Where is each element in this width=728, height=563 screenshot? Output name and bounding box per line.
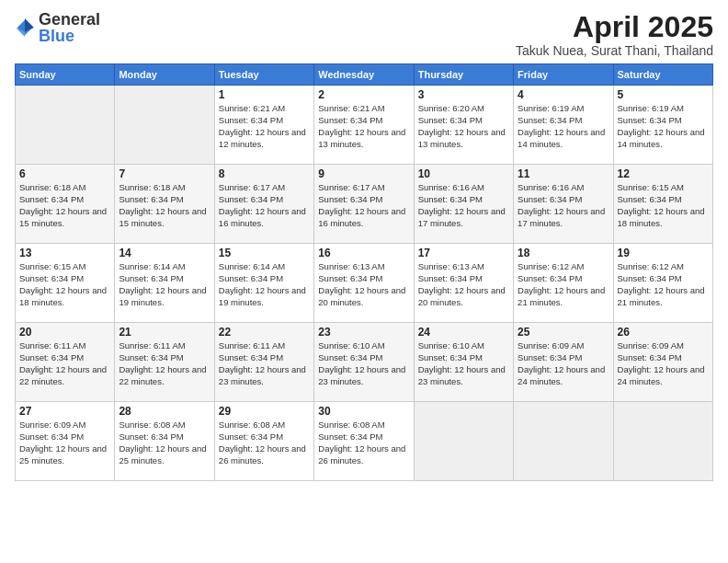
cell-info: Sunrise: 6:20 AMSunset: 6:34 PMDaylight:… <box>418 103 509 150</box>
cell-info: Sunrise: 6:19 AMSunset: 6:34 PMDaylight:… <box>618 103 709 150</box>
cell-info: Sunrise: 6:17 AMSunset: 6:34 PMDaylight:… <box>318 182 409 229</box>
day-number: 20 <box>19 326 110 339</box>
cell-info: Sunrise: 6:11 AMSunset: 6:34 PMDaylight:… <box>19 340 110 387</box>
calendar-cell <box>16 86 115 165</box>
cell-info: Sunrise: 6:09 AMSunset: 6:34 PMDaylight:… <box>518 340 609 387</box>
day-number: 3 <box>418 88 509 101</box>
day-number: 23 <box>318 326 409 339</box>
calendar-body: 1Sunrise: 6:21 AMSunset: 6:34 PMDaylight… <box>16 86 713 481</box>
cell-info: Sunrise: 6:16 AMSunset: 6:34 PMDaylight:… <box>518 182 609 229</box>
title-area: April 2025 Takuk Nuea, Surat Thani, Thai… <box>516 11 713 58</box>
cell-info: Sunrise: 6:14 AMSunset: 6:34 PMDaylight:… <box>219 261 310 308</box>
header-day: Friday <box>514 64 613 86</box>
day-number: 9 <box>318 167 409 180</box>
calendar-cell: 17Sunrise: 6:13 AMSunset: 6:34 PMDayligh… <box>414 244 513 323</box>
day-number: 22 <box>219 326 310 339</box>
header-day: Thursday <box>414 64 513 86</box>
header: General Blue April 2025 Takuk Nuea, Sura… <box>15 11 713 58</box>
cell-info: Sunrise: 6:15 AMSunset: 6:34 PMDaylight:… <box>19 261 110 308</box>
cell-info: Sunrise: 6:16 AMSunset: 6:34 PMDaylight:… <box>418 182 509 229</box>
day-number: 7 <box>119 167 210 180</box>
calendar-week: 1Sunrise: 6:21 AMSunset: 6:34 PMDaylight… <box>16 86 713 165</box>
calendar-cell: 8Sunrise: 6:17 AMSunset: 6:34 PMDaylight… <box>214 165 313 244</box>
cell-info: Sunrise: 6:10 AMSunset: 6:34 PMDaylight:… <box>418 340 509 387</box>
day-number: 4 <box>518 88 609 101</box>
calendar-cell: 26Sunrise: 6:09 AMSunset: 6:34 PMDayligh… <box>613 323 712 402</box>
calendar-cell <box>115 86 214 165</box>
day-number: 10 <box>418 167 509 180</box>
cell-info: Sunrise: 6:11 AMSunset: 6:34 PMDaylight:… <box>219 340 310 387</box>
calendar-cell: 10Sunrise: 6:16 AMSunset: 6:34 PMDayligh… <box>414 165 513 244</box>
day-number: 16 <box>318 247 409 259</box>
day-number: 17 <box>418 247 509 259</box>
header-day: Wednesday <box>314 64 414 86</box>
calendar-cell: 29Sunrise: 6:08 AMSunset: 6:34 PMDayligh… <box>214 402 313 481</box>
calendar-week: 20Sunrise: 6:11 AMSunset: 6:34 PMDayligh… <box>16 323 713 402</box>
cell-info: Sunrise: 6:21 AMSunset: 6:34 PMDaylight:… <box>219 103 310 150</box>
cell-info: Sunrise: 6:08 AMSunset: 6:34 PMDaylight:… <box>119 419 210 466</box>
calendar-cell: 22Sunrise: 6:11 AMSunset: 6:34 PMDayligh… <box>214 323 313 402</box>
calendar-header: SundayMondayTuesdayWednesdayThursdayFrid… <box>16 64 713 86</box>
cell-info: Sunrise: 6:08 AMSunset: 6:34 PMDaylight:… <box>318 419 409 466</box>
cell-info: Sunrise: 6:10 AMSunset: 6:34 PMDaylight:… <box>318 340 409 387</box>
calendar-cell: 13Sunrise: 6:15 AMSunset: 6:34 PMDayligh… <box>16 244 115 323</box>
calendar-week: 13Sunrise: 6:15 AMSunset: 6:34 PMDayligh… <box>16 244 713 323</box>
calendar-week: 6Sunrise: 6:18 AMSunset: 6:34 PMDaylight… <box>16 165 713 244</box>
day-number: 18 <box>518 247 609 259</box>
header-row: SundayMondayTuesdayWednesdayThursdayFrid… <box>16 64 713 86</box>
day-number: 14 <box>119 247 210 259</box>
calendar-cell: 24Sunrise: 6:10 AMSunset: 6:34 PMDayligh… <box>414 323 513 402</box>
day-number: 21 <box>119 326 210 339</box>
cell-info: Sunrise: 6:09 AMSunset: 6:34 PMDaylight:… <box>19 419 110 466</box>
header-day: Tuesday <box>214 64 313 86</box>
calendar-cell: 16Sunrise: 6:13 AMSunset: 6:34 PMDayligh… <box>314 244 414 323</box>
day-number: 15 <box>219 247 310 259</box>
cell-info: Sunrise: 6:19 AMSunset: 6:34 PMDaylight:… <box>518 103 609 150</box>
day-number: 26 <box>618 326 709 339</box>
calendar-cell: 28Sunrise: 6:08 AMSunset: 6:34 PMDayligh… <box>115 402 214 481</box>
logo-general: General <box>39 11 100 28</box>
day-number: 24 <box>418 326 509 339</box>
cell-info: Sunrise: 6:15 AMSunset: 6:34 PMDaylight:… <box>618 182 709 229</box>
header-day: Saturday <box>613 64 712 86</box>
cell-info: Sunrise: 6:13 AMSunset: 6:34 PMDaylight:… <box>318 261 409 308</box>
cell-info: Sunrise: 6:09 AMSunset: 6:34 PMDaylight:… <box>618 340 709 387</box>
calendar-cell: 7Sunrise: 6:18 AMSunset: 6:34 PMDaylight… <box>115 165 214 244</box>
calendar-cell: 2Sunrise: 6:21 AMSunset: 6:34 PMDaylight… <box>314 86 414 165</box>
logo-icon <box>15 17 35 38</box>
cell-info: Sunrise: 6:17 AMSunset: 6:34 PMDaylight:… <box>219 182 310 229</box>
header-day: Monday <box>115 64 214 86</box>
calendar-cell: 18Sunrise: 6:12 AMSunset: 6:34 PMDayligh… <box>514 244 613 323</box>
calendar-cell: 15Sunrise: 6:14 AMSunset: 6:34 PMDayligh… <box>214 244 313 323</box>
day-number: 12 <box>618 167 709 180</box>
calendar-cell <box>514 402 613 481</box>
day-number: 25 <box>518 326 609 339</box>
day-number: 1 <box>219 88 310 101</box>
calendar-cell: 27Sunrise: 6:09 AMSunset: 6:34 PMDayligh… <box>16 402 115 481</box>
cell-info: Sunrise: 6:14 AMSunset: 6:34 PMDaylight:… <box>119 261 210 308</box>
day-number: 5 <box>618 88 709 101</box>
calendar-cell: 21Sunrise: 6:11 AMSunset: 6:34 PMDayligh… <box>115 323 214 402</box>
calendar-week: 27Sunrise: 6:09 AMSunset: 6:34 PMDayligh… <box>16 402 713 481</box>
cell-info: Sunrise: 6:08 AMSunset: 6:34 PMDaylight:… <box>219 419 310 466</box>
calendar-table: SundayMondayTuesdayWednesdayThursdayFrid… <box>15 63 713 481</box>
calendar-cell: 6Sunrise: 6:18 AMSunset: 6:34 PMDaylight… <box>16 165 115 244</box>
cell-info: Sunrise: 6:13 AMSunset: 6:34 PMDaylight:… <box>418 261 509 308</box>
logo: General Blue <box>15 11 100 44</box>
calendar-cell: 23Sunrise: 6:10 AMSunset: 6:34 PMDayligh… <box>314 323 414 402</box>
day-number: 19 <box>618 247 709 259</box>
cell-info: Sunrise: 6:18 AMSunset: 6:34 PMDaylight:… <box>19 182 110 229</box>
day-number: 6 <box>19 167 110 180</box>
day-number: 29 <box>219 405 310 418</box>
calendar-cell: 25Sunrise: 6:09 AMSunset: 6:34 PMDayligh… <box>514 323 613 402</box>
header-day: Sunday <box>16 64 115 86</box>
day-number: 8 <box>219 167 310 180</box>
calendar-cell: 30Sunrise: 6:08 AMSunset: 6:34 PMDayligh… <box>314 402 414 481</box>
calendar-cell: 14Sunrise: 6:14 AMSunset: 6:34 PMDayligh… <box>115 244 214 323</box>
day-number: 27 <box>19 405 110 418</box>
month-title: April 2025 <box>516 11 713 43</box>
calendar-cell: 20Sunrise: 6:11 AMSunset: 6:34 PMDayligh… <box>16 323 115 402</box>
calendar-cell: 19Sunrise: 6:12 AMSunset: 6:34 PMDayligh… <box>613 244 712 323</box>
page: General Blue April 2025 Takuk Nuea, Sura… <box>0 0 728 563</box>
calendar-cell: 1Sunrise: 6:21 AMSunset: 6:34 PMDaylight… <box>214 86 313 165</box>
